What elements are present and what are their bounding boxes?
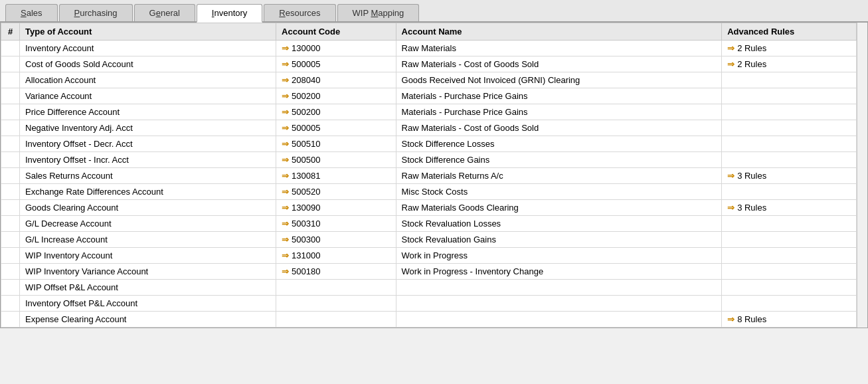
table-row[interactable]: Allocation Account⇒208040Goods Received … [1,72,857,88]
account-code-cell[interactable]: ⇒500200 [276,104,396,120]
rules-arrow-icon: ⇒ [727,203,735,213]
tab-bar: SalesPurchasingGeneralInventoryResources… [0,0,868,23]
row-number [1,296,20,312]
tab-sales[interactable]: Sales [5,4,58,21]
table-row[interactable]: Exchange Rate Differences Account⇒500520… [1,184,857,200]
row-number [1,72,20,88]
tab-resources[interactable]: Resources [264,4,335,21]
advanced-rules-cell [722,88,857,104]
account-code-value: 500005 [292,123,320,133]
advanced-rules-cell [722,248,857,264]
code-arrow-icon: ⇒ [282,123,289,133]
code-arrow-icon: ⇒ [282,171,289,181]
table-row[interactable]: Negative Inventory Adj. Acct⇒500005Raw M… [1,120,857,136]
rules-value: 2 Rules [737,59,766,69]
account-name-cell: Goods Received Not Invoiced (GRNI) Clear… [396,72,722,88]
account-code-cell[interactable]: ⇒130000 [276,41,396,56]
col-header-name: Account Name [396,23,722,41]
tab-purchasing[interactable]: Purchasing [59,4,133,21]
row-number [1,152,20,168]
code-arrow-icon: ⇒ [282,203,289,213]
account-type-cell: Inventory Offset P&L Account [20,296,276,312]
account-code-cell [276,280,396,296]
row-number [1,104,20,120]
advanced-rules-cell [722,184,857,200]
account-code-cell [276,296,396,312]
table-row[interactable]: Sales Returns Account⇒130081Raw Material… [1,168,857,184]
accounts-table: # Type of Account Account Code Account N… [1,23,857,328]
account-code-value: 130081 [292,171,320,181]
tab-general[interactable]: General [134,4,195,21]
tab-wip-mapping[interactable]: WIP Mapping [337,4,420,21]
advanced-rules-cell[interactable]: ⇒3 Rules [722,200,857,216]
account-name-cell [396,296,722,312]
advanced-rules-cell[interactable]: ⇒2 Rules [722,56,857,72]
account-code-cell[interactable]: ⇒208040 [276,72,396,88]
account-code-cell[interactable]: ⇒500180 [276,264,396,280]
table-row[interactable]: WIP Inventory Account⇒131000Work in Prog… [1,248,857,264]
code-arrow-icon: ⇒ [282,75,289,85]
account-code-cell[interactable]: ⇒500500 [276,152,396,168]
advanced-rules-cell [722,104,857,120]
table-row[interactable]: Inventory Offset P&L Account [1,296,857,312]
advanced-rules-cell[interactable]: ⇒8 Rules [722,312,857,328]
code-arrow-icon: ⇒ [282,139,289,149]
table-row[interactable]: Inventory Offset - Incr. Acct⇒500500Stoc… [1,152,857,168]
table-row[interactable]: G/L Increase Account⇒500300Stock Revalua… [1,232,857,248]
account-code-cell[interactable]: ⇒130090 [276,200,396,216]
account-code-value: 130090 [292,203,320,213]
advanced-rules-cell[interactable]: ⇒2 Rules [722,41,857,56]
account-name-cell [396,280,722,296]
advanced-rules-cell [722,232,857,248]
table-row[interactable]: G/L Decrease Account⇒500310Stock Revalua… [1,216,857,232]
rules-arrow-icon: ⇒ [727,59,735,69]
account-code-cell[interactable]: ⇒500520 [276,184,396,200]
account-type-cell: G/L Decrease Account [20,216,276,232]
account-name-cell: Materials - Purchase Price Gains [396,104,722,120]
table-row[interactable]: Expense Clearing Account⇒8 Rules [1,312,857,328]
account-type-cell: WIP Inventory Variance Account [20,264,276,280]
row-number [1,41,20,56]
table-row[interactable]: Inventory Offset - Decr. Acct⇒500510Stoc… [1,136,857,152]
advanced-rules-cell[interactable]: ⇒3 Rules [722,168,857,184]
account-code-cell[interactable]: ⇒500310 [276,216,396,232]
account-code-cell[interactable]: ⇒500300 [276,232,396,248]
account-type-cell: Expense Clearing Account [20,312,276,328]
account-type-cell: Allocation Account [20,72,276,88]
advanced-rules-cell [722,296,857,312]
table-row[interactable]: Goods Clearing Account⇒130090Raw Materia… [1,200,857,216]
col-header-rules: Advanced Rules [722,23,857,41]
col-header-hash: # [1,23,20,41]
row-number [1,88,20,104]
table-row[interactable]: WIP Offset P&L Account [1,280,857,296]
account-code-cell[interactable]: ⇒500005 [276,56,396,72]
account-code-cell[interactable]: ⇒130081 [276,168,396,184]
code-arrow-icon: ⇒ [282,155,289,165]
table-row[interactable]: Cost of Goods Sold Account⇒500005Raw Mat… [1,56,857,72]
table-row[interactable]: Price Difference Account⇒500200Materials… [1,104,857,120]
account-code-cell[interactable]: ⇒500200 [276,88,396,104]
scrollbar[interactable] [857,23,867,328]
account-name-cell: Work in Progress [396,248,722,264]
code-arrow-icon: ⇒ [282,219,289,229]
table-row[interactable]: WIP Inventory Variance Account⇒500180Wor… [1,264,857,280]
account-type-cell: Negative Inventory Adj. Acct [20,120,276,136]
table-header-row: # Type of Account Account Code Account N… [1,23,857,41]
account-code-cell[interactable]: ⇒131000 [276,248,396,264]
account-type-cell: Goods Clearing Account [20,200,276,216]
row-number [1,168,20,184]
account-code-cell[interactable]: ⇒500510 [276,136,396,152]
account-code-cell[interactable]: ⇒500005 [276,120,396,136]
main-content: # Type of Account Account Code Account N… [0,23,868,328]
account-code-value: 130000 [292,43,320,53]
table-row[interactable]: Variance Account⇒500200Materials - Purch… [1,88,857,104]
account-type-cell: Exchange Rate Differences Account [20,184,276,200]
account-code-value: 500500 [292,155,320,165]
row-number [1,264,20,280]
table-row[interactable]: Inventory Account⇒130000Raw Materials⇒2 … [1,41,857,56]
tab-inventory[interactable]: Inventory [197,4,263,23]
code-arrow-icon: ⇒ [282,59,289,69]
account-code-value: 500520 [292,187,320,197]
account-code-value: 208040 [292,75,320,85]
advanced-rules-cell [722,72,857,88]
